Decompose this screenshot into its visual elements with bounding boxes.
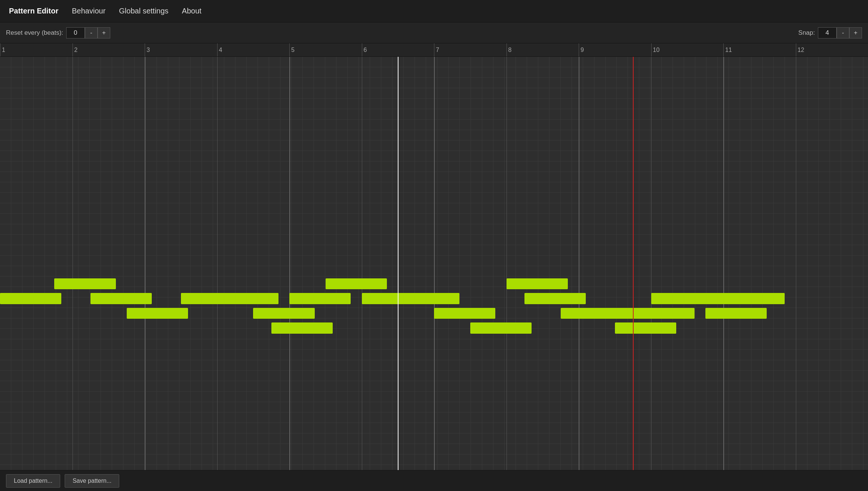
playhead-red [633, 57, 634, 470]
beat-line-6 [434, 57, 435, 470]
beat-line-7 [507, 57, 507, 470]
beat-marker-1: 1 [0, 43, 5, 56]
beat-marker-7: 7 [434, 43, 439, 56]
beat-line-1 [73, 57, 73, 470]
bottom-bar: Load pattern... Save pattern... [0, 470, 868, 491]
beat-marker-4: 4 [217, 43, 222, 56]
grid-canvas[interactable] [0, 57, 868, 470]
reset-value: 0 [66, 27, 85, 38]
snap-label: Snap: [798, 29, 815, 37]
note-9[interactable] [326, 278, 387, 290]
menu-item-pattern-editor[interactable]: Pattern Editor [3, 4, 64, 18]
note-19[interactable] [633, 308, 694, 319]
note-12[interactable] [434, 308, 495, 319]
reset-minus-button[interactable]: - [85, 27, 98, 38]
beat-marker-8: 8 [507, 43, 512, 56]
snap-value: 4 [818, 27, 837, 38]
load-pattern-button[interactable]: Load pattern... [6, 474, 60, 488]
beat-marker-3: 3 [145, 43, 150, 56]
reset-label: Reset every (beats): [6, 29, 63, 37]
note-15[interactable] [524, 293, 586, 304]
beat-line-3 [217, 57, 218, 470]
note-14[interactable] [507, 278, 568, 290]
note-5[interactable] [217, 293, 278, 304]
toolbar: Reset every (beats): 0 - + Snap: 4 - + [0, 22, 868, 43]
beat-marker-12: 12 [796, 43, 804, 56]
note-11[interactable] [398, 293, 459, 304]
menu-item-behaviour[interactable]: Behaviour [66, 4, 111, 18]
beat-marker-10: 10 [651, 43, 660, 56]
beat-line-2 [145, 57, 145, 470]
app: Pattern Editor Behaviour Global settings… [0, 0, 868, 491]
note-8[interactable] [289, 293, 351, 304]
snap-plus-button[interactable]: + [849, 27, 862, 38]
beat-marker-5: 5 [289, 43, 295, 56]
playhead-white [398, 57, 398, 470]
beat-marker-9: 9 [579, 43, 584, 56]
snap-minus-button[interactable]: - [837, 27, 849, 38]
beat-line-4 [289, 57, 290, 470]
note-0[interactable] [0, 293, 61, 304]
menu-bar: Pattern Editor Behaviour Global settings… [0, 0, 868, 22]
beat-line-8 [579, 57, 579, 470]
note-2[interactable] [90, 293, 152, 304]
note-23[interactable] [723, 293, 785, 304]
reset-plus-button[interactable]: + [98, 27, 110, 38]
menu-item-about[interactable]: About [176, 4, 207, 18]
note-18[interactable] [615, 322, 676, 334]
beat-line-11 [796, 57, 796, 470]
beat-line-10 [723, 57, 724, 470]
beat-line-5 [362, 57, 362, 470]
note-6[interactable] [253, 308, 314, 319]
beat-marker-6: 6 [362, 43, 367, 56]
beat-marker-11: 11 [723, 43, 732, 56]
note-7[interactable] [271, 322, 333, 334]
menu-item-global-settings[interactable]: Global settings [113, 4, 174, 18]
note-3[interactable] [127, 308, 188, 319]
save-pattern-button[interactable]: Save pattern... [65, 474, 119, 488]
note-22[interactable] [705, 308, 767, 319]
grid-container[interactable]: 123456789101112 [0, 43, 868, 470]
beat-ruler: 123456789101112 [0, 43, 868, 57]
beat-line-9 [651, 57, 652, 470]
note-13[interactable] [470, 322, 532, 334]
note-1[interactable] [54, 278, 116, 290]
beat-marker-2: 2 [73, 43, 78, 56]
